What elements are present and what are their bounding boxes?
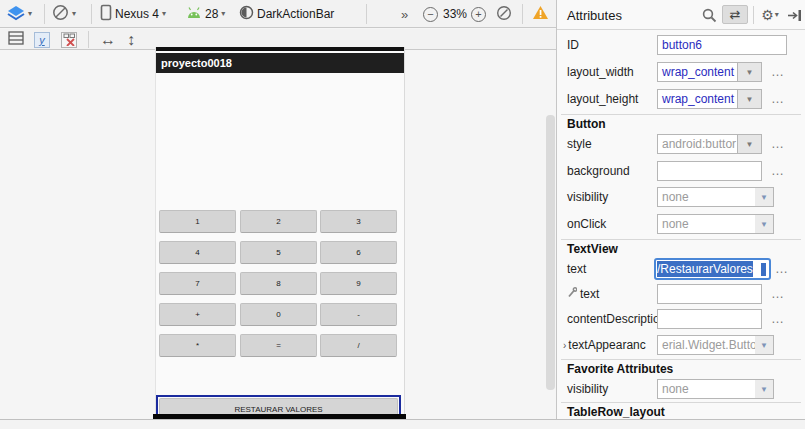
attr-row-layout-width: layout_width wrap_content ▼ … <box>557 62 805 84</box>
gear-icon[interactable]: ⚙ ▾ <box>758 6 782 24</box>
section-separator <box>561 402 801 403</box>
expand-horizontal-button[interactable]: ↔ <box>100 29 116 50</box>
keypad-button[interactable]: = <box>240 334 317 357</box>
baseline-button[interactable]: y <box>34 29 50 50</box>
canvas-scrollbar[interactable] <box>546 115 555 390</box>
keypad-button[interactable]: 9 <box>320 272 397 295</box>
text-input[interactable]: /RestaurarValores <box>654 258 771 280</box>
warnings-button[interactable] <box>532 0 549 28</box>
visibility-combo[interactable]: none ▼ <box>657 187 774 207</box>
more-options-button[interactable]: … <box>771 64 785 79</box>
chevron-down-icon: ▾ <box>162 10 166 18</box>
text-cursor <box>761 263 766 276</box>
wrench-icon <box>567 287 577 301</box>
keypad-button[interactable]: 1 <box>159 210 236 233</box>
keypad-button[interactable]: 7 <box>159 272 236 295</box>
zoom-fit-icon <box>496 5 512 24</box>
keypad-button[interactable]: 3 <box>320 210 397 233</box>
dropdown-arrow-icon: ▼ <box>755 188 773 206</box>
toolbar-separator <box>44 4 45 24</box>
toolbar-separator <box>522 4 523 24</box>
section-header-textview: TextView <box>567 242 618 256</box>
dropdown-arrow-icon: ▼ <box>737 62 762 82</box>
remove-column-button[interactable] <box>61 29 77 50</box>
text-appearance-combo[interactable]: erial.Widget.Button ▼ <box>657 335 774 355</box>
section-header-tablerow: TableRow_layout <box>567 405 665 419</box>
layout-height-combo[interactable]: wrap_content ▼ <box>657 89 762 109</box>
android-icon <box>186 7 202 22</box>
layout-width-combo[interactable]: wrap_content ▼ <box>657 62 762 82</box>
attr-label: visibility <box>567 187 608 207</box>
more-options-button[interactable]: … <box>771 286 785 301</box>
keypad-button[interactable]: 4 <box>159 241 236 264</box>
orientation-button[interactable]: ▾ <box>52 0 76 28</box>
device-status-bar <box>156 47 404 51</box>
keypad-button[interactable]: 5 <box>240 241 317 264</box>
device-selector[interactable]: Nexus 4 ▾ <box>100 0 166 28</box>
attr-row-text: text /RestaurarValores … <box>557 259 805 281</box>
zoom-in-button[interactable]: + <box>471 0 486 28</box>
keypad-button[interactable]: 0 <box>240 303 317 326</box>
hide-panel-icon[interactable] <box>787 6 803 24</box>
api-selector[interactable]: 28 ▾ <box>186 0 225 28</box>
attr-row-visibility: visibility none ▼ <box>557 187 805 209</box>
background-input[interactable] <box>657 161 762 181</box>
more-options-button[interactable]: … <box>775 261 789 276</box>
attr-label: visibility <box>567 379 608 399</box>
expand-vertical-button[interactable]: ↕ <box>127 29 135 50</box>
keypad-button[interactable]: 8 <box>240 272 317 295</box>
horizontal-arrow-icon: ↔ <box>100 32 116 48</box>
swap-view-icon[interactable]: ⇄ <box>722 5 748 24</box>
design-canvas[interactable]: proyecto0018 1 2 3 4 5 6 7 8 9 + 0 - <box>0 51 556 419</box>
attr-row-id: ID <box>557 35 805 57</box>
dropdown-arrow-icon: ▼ <box>755 380 773 398</box>
toolbar-separator <box>91 4 92 24</box>
attr-label: text <box>567 284 599 304</box>
search-icon[interactable] <box>700 6 718 24</box>
theme-selector[interactable]: DarkActionBar <box>239 0 334 28</box>
phone-icon <box>100 4 112 24</box>
attr-row-background: background … <box>557 161 805 183</box>
add-row-button[interactable] <box>8 29 24 50</box>
attr-label: layout_height <box>567 89 638 109</box>
style-combo[interactable]: android:buttor ▼ <box>657 134 762 154</box>
dropdown-arrow-icon: ▼ <box>755 215 773 233</box>
zoom-fit-button[interactable] <box>496 0 512 28</box>
expander-icon[interactable]: › <box>563 340 566 351</box>
zoom-level: 33% <box>443 0 467 28</box>
keypad-button[interactable]: + <box>159 303 236 326</box>
device-preview: proyecto0018 1 2 3 4 5 6 7 8 9 + 0 - <box>155 47 405 420</box>
attr-label: background <box>567 161 630 181</box>
attr-row-tools-text: text … <box>557 284 805 306</box>
id-input[interactable] <box>657 35 787 55</box>
attr-row-text-appearance: ›textAppearanc erial.Widget.Button ▼ <box>557 335 805 357</box>
keypad-button[interactable]: / <box>320 334 397 357</box>
keypad-button[interactable]: 2 <box>240 210 317 233</box>
overflow-button[interactable]: » <box>401 0 408 28</box>
zoom-out-button[interactable]: − <box>423 0 438 28</box>
keypad-button[interactable]: - <box>320 303 397 326</box>
content-description-input[interactable] <box>657 309 762 329</box>
attr-label: style <box>567 134 592 154</box>
zoom-in-icon: + <box>471 7 486 22</box>
more-options-button[interactable]: … <box>771 91 785 106</box>
attr-label: layout_width <box>567 62 634 82</box>
keypad-button[interactable]: 6 <box>320 241 397 264</box>
fav-visibility-combo[interactable]: none ▼ <box>657 379 774 399</box>
attr-label: onClick <box>567 214 606 234</box>
attr-label: text <box>567 259 586 279</box>
attr-label: ID <box>567 35 579 55</box>
keypad-button[interactable]: * <box>159 334 236 357</box>
toolbar-separator <box>366 4 367 24</box>
api-level-label: 28 <box>205 7 218 21</box>
tools-text-input[interactable] <box>657 284 762 304</box>
attr-row-fav-visibility: visibility none ▼ <box>557 379 805 401</box>
more-options-button[interactable]: … <box>771 311 785 326</box>
dropdown-arrow-icon: ▼ <box>737 89 762 109</box>
more-options-button[interactable]: … <box>771 163 785 178</box>
onclick-combo[interactable]: none ▼ <box>657 214 774 234</box>
status-strip <box>0 419 805 429</box>
more-options-button[interactable]: … <box>771 136 785 151</box>
section-separator <box>561 114 801 115</box>
design-surface-button[interactable]: ▾ <box>7 0 32 28</box>
